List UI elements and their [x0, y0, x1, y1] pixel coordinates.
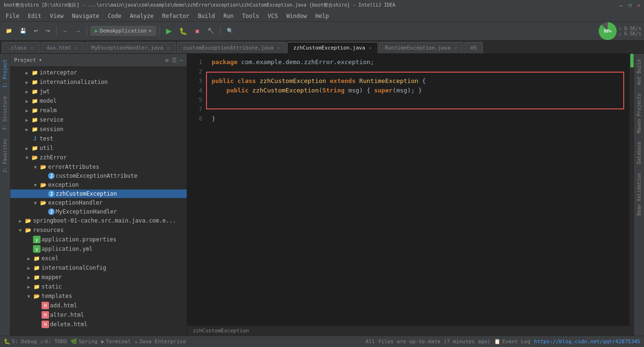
tree-item-exceptionhandler[interactable]: ▼ 📂 exceptionHandler — [10, 198, 187, 207]
menu-help[interactable]: Help — [312, 12, 333, 20]
tab-more[interactable]: ≡5 — [464, 42, 483, 53]
folder-model-icon: 📁 — [31, 97, 39, 105]
menu-edit[interactable]: Edit — [24, 12, 45, 20]
tab-4xx-close[interactable]: ✕ — [75, 45, 78, 50]
tree-item-zzhcustomexception[interactable]: J zzhCustomException — [10, 190, 187, 198]
tree-item-excel[interactable]: ▶ 📁 excel — [10, 254, 187, 263]
tree-item-deletehtml[interactable]: H delete.html — [10, 320, 187, 329]
menu-run[interactable]: Run — [220, 12, 238, 20]
folder-springboot01-icon: 📂 — [25, 217, 32, 224]
tree-label-test: test — [40, 135, 53, 142]
tree-item-mapper[interactable]: ▶ 📁 mapper — [10, 273, 187, 282]
tree-item-addhtml[interactable]: H add.html — [10, 301, 187, 310]
tab-myexceptionhandler[interactable]: MyExceptionHandler.java ✕ — [85, 42, 176, 53]
tree-item-alterhtml[interactable]: H alter.html — [10, 310, 187, 320]
menu-tools[interactable]: Tools — [239, 12, 263, 20]
tree-item-resources[interactable]: ▼ 📂 resources — [10, 225, 187, 235]
tree-label-appproperties: application.properties — [41, 236, 116, 243]
tab-zzhcustomexception[interactable]: zzhCustomException.java ✕ — [287, 42, 378, 53]
todo-tab[interactable]: ☑ 6: TODO — [41, 339, 67, 345]
tree-item-customexceptionattribute[interactable]: J customExceptionAttribute — [10, 172, 187, 180]
tab-zzhcustomexception-close[interactable]: ✕ — [369, 45, 372, 50]
favorites-panel-tab[interactable]: 2: Favorites — [1, 135, 8, 176]
structure-panel-tab[interactable]: 7: Structure — [1, 92, 8, 134]
spring-tab[interactable]: 🌿 Spring — [71, 339, 98, 345]
tree-item-internationalization[interactable]: ▶ 📁 internationalization — [10, 77, 187, 87]
toolbar-undo-btn[interactable]: ↩ — [31, 26, 41, 35]
tree-item-springboot01[interactable]: ▶ 📂 springboot-01-cache.src.main.java.co… — [10, 216, 187, 225]
menu-vcs[interactable]: VCS — [264, 12, 282, 20]
arrow-model: ▶ — [24, 99, 30, 104]
database-panel[interactable]: Database — [636, 138, 643, 168]
tab-class[interactable]: .class ✕ — [2, 42, 40, 53]
debug-btn[interactable]: 🐛 — [176, 26, 190, 36]
html-deletehtml-icon: H — [41, 321, 49, 328]
tree-item-zzherror[interactable]: ▼ 📂 zzhError — [10, 153, 187, 162]
event-log-btn[interactable]: 📋 Event Log — [494, 339, 530, 345]
tab-myexceptionhandler-close[interactable]: ✕ — [167, 45, 170, 50]
tab-4xx[interactable]: 4xx.html ✕ — [41, 42, 84, 53]
tree-item-service[interactable]: ▶ 📁 service — [10, 115, 187, 124]
tree-item-appproperties[interactable]: y application.properties — [10, 235, 187, 244]
maven-projects-panel[interactable]: Maven Projects — [636, 90, 643, 137]
tree-item-session[interactable]: ▶ 📁 session — [10, 124, 187, 134]
menu-analyze[interactable]: Analyze — [126, 12, 157, 20]
tree-item-intlconfig[interactable]: ▶ 📁 internationalConfig — [10, 263, 187, 273]
tree-item-test[interactable]: J test — [10, 134, 187, 143]
tab-runtimeexception[interactable]: RuntimeException.java ✕ — [379, 42, 463, 53]
project-dropdown[interactable]: ▶ DemoApplication ▾ — [91, 26, 156, 36]
panel-gear-icon[interactable]: ☰ — [172, 57, 177, 64]
bottom-bar: 🐛 5: Debug ☑ 6: TODO 🌿 Spring ▶ Terminal… — [0, 336, 644, 347]
stop-btn[interactable]: ⏹ — [192, 27, 203, 35]
tree-item-templates[interactable]: ▼ 📂 templates — [10, 291, 187, 301]
bean-validation-panel[interactable]: Bean Validation — [636, 169, 643, 219]
project-panel-tab[interactable]: 1: Project — [1, 56, 8, 91]
toolbar-back-btn[interactable]: ← — [60, 27, 71, 35]
tree-item-realm[interactable]: ▶ 📁 realm — [10, 106, 187, 115]
code-pkg-path: com.example.demo.zzhError.exception; — [238, 58, 374, 66]
tree-label-realm: realm — [40, 107, 57, 114]
toolbar-redo-btn[interactable]: ↪ — [43, 26, 53, 35]
toolbar-open-btn[interactable]: 📁 — [3, 26, 15, 35]
code-content[interactable]: package com.example.demo.zzhError.except… — [206, 54, 634, 325]
tree-item-interceptor[interactable]: ▶ 📁 interceptor — [10, 68, 187, 77]
menu-build[interactable]: Build — [194, 12, 219, 20]
toolbar-save-btn[interactable]: 💾 — [17, 26, 29, 35]
build-btn[interactable]: 🔨 — [205, 26, 217, 35]
code-editor[interactable]: 1 2 3 4 5 7 8 package com.example.demo.z… — [187, 54, 634, 325]
tree-item-errorattributes[interactable]: ▼ 📂 errorAttributes — [10, 162, 187, 172]
debug-tab[interactable]: 🐛 5: Debug — [4, 339, 37, 345]
search-everywhere-btn[interactable]: 🔍 — [224, 26, 236, 35]
menu-code[interactable]: Code — [104, 12, 125, 20]
maximize-btn[interactable]: ❐ — [628, 2, 632, 8]
menu-refactor[interactable]: Refactor — [158, 12, 193, 20]
tree-item-static[interactable]: ▶ 📁 static — [10, 282, 187, 291]
tab-customexceptionattribute[interactable]: customExceptionAttribute.java ✕ — [177, 42, 286, 53]
tab-runtimeexception-close[interactable]: ✕ — [454, 45, 457, 50]
panel-hide-icon[interactable]: — — [180, 57, 183, 64]
tab-class-close[interactable]: ✕ — [31, 45, 33, 50]
menu-file[interactable]: File — [2, 12, 23, 20]
tree-item-appyml[interactable]: y application.yml — [10, 244, 187, 254]
run-config-icon: ▶ — [95, 28, 98, 34]
ant-build-panel[interactable]: Ant Build — [636, 56, 643, 89]
tab-customexceptionattribute-close[interactable]: ✕ — [277, 45, 280, 50]
tree-item-model[interactable]: ▶ 📁 model — [10, 96, 187, 106]
menu-view[interactable]: View — [46, 12, 67, 20]
run-btn[interactable]: ▶ — [163, 25, 174, 37]
java-enterprise-tab[interactable]: ☕ Java Enterprise — [134, 339, 186, 345]
tree-item-myexceptionhandler[interactable]: J MyExceptionHandler — [10, 207, 187, 216]
minimize-btn[interactable]: — — [619, 2, 623, 8]
tree-item-exception[interactable]: ▼ 📂 exception — [10, 180, 187, 190]
menu-navigate[interactable]: Navigate — [68, 12, 103, 20]
app-title: boot整合shiro [D:\shiro项目] - ...\src\main\… — [4, 2, 396, 8]
tree-item-jwt[interactable]: ▶ 📁 jwt — [10, 87, 187, 96]
toolbar-forward-btn[interactable]: → — [73, 27, 83, 35]
panel-sync-icon[interactable]: ⚙ — [165, 57, 169, 64]
close-btn[interactable]: ✕ — [637, 2, 640, 8]
terminal-tab[interactable]: ▶ Terminal — [101, 339, 131, 345]
download-speed: ↓ 6.5K/s — [619, 31, 641, 36]
arrow-exceptionhandler: ▼ — [32, 200, 39, 206]
menu-window[interactable]: Window — [282, 12, 310, 20]
tree-item-util[interactable]: ▶ 📁 util — [10, 143, 187, 153]
